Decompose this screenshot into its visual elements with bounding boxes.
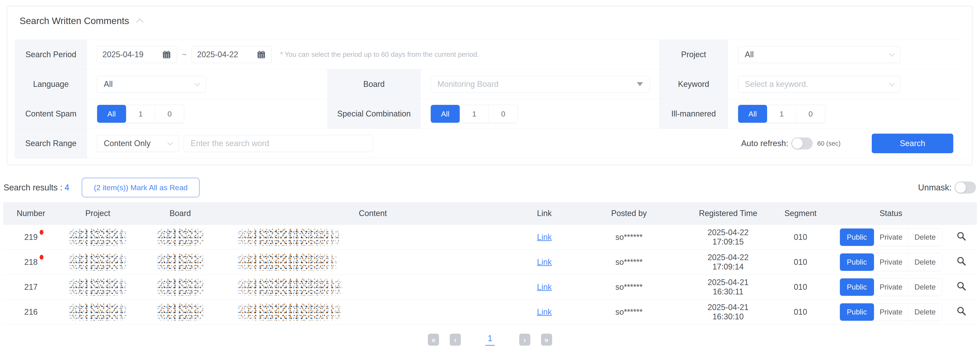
- status-button-group: Public Private Delete: [840, 303, 942, 321]
- cell-board-masked: [137, 278, 224, 296]
- ill-mannered-0-button[interactable]: 0: [796, 105, 825, 123]
- header-registered-time: Registered Time: [691, 209, 765, 218]
- triangle-down-icon: [637, 82, 643, 86]
- cell-link: Link: [522, 307, 566, 317]
- table-row: 216 Link so****** 2025-04-21 16:30:10 01…: [3, 300, 977, 324]
- ill-mannered-all-button[interactable]: All: [738, 105, 767, 123]
- search-tools: Auto refresh: 60 (sec) Search: [741, 133, 953, 153]
- keyword-select[interactable]: Select a keyword.: [738, 76, 900, 93]
- search-button[interactable]: Search: [872, 133, 953, 153]
- cell-status: Public Private Delete: [836, 228, 946, 246]
- special-combination-1-button[interactable]: 1: [460, 105, 488, 123]
- cell-segment: 010: [765, 283, 836, 292]
- status-delete-button[interactable]: Delete: [908, 303, 942, 321]
- row-detail-button[interactable]: [956, 231, 966, 241]
- cell-registered-time: 2025-04-22 17:09:14: [691, 253, 765, 272]
- search-icon: [956, 256, 966, 266]
- first-page-button[interactable]: «: [428, 334, 439, 346]
- cell-board-masked: [137, 253, 224, 271]
- status-private-button[interactable]: Private: [874, 253, 908, 271]
- project-select[interactable]: All: [738, 46, 900, 63]
- search-period-label: Search Period: [15, 40, 87, 70]
- search-scope-select[interactable]: Content Only: [97, 135, 179, 152]
- row-detail-button[interactable]: [956, 281, 966, 291]
- special-combination-field: All 1 0: [421, 99, 659, 129]
- status-delete-button[interactable]: Delete: [908, 278, 942, 296]
- mark-all-read-button[interactable]: (2 item(s)) Mark All as Read: [82, 178, 200, 197]
- search-word-input[interactable]: [184, 135, 373, 152]
- date-to-input[interactable]: [191, 46, 272, 63]
- table-row: 218 Link so****** 2025-04-22 17:09:14 01…: [3, 250, 977, 275]
- chevron-down-icon: [194, 81, 200, 86]
- chevron-down-icon: [889, 81, 894, 86]
- cell-project-masked: [59, 278, 137, 296]
- unmask-toggle[interactable]: [955, 181, 976, 194]
- header-status: Status: [836, 209, 946, 218]
- auto-refresh-toggle[interactable]: [791, 137, 813, 149]
- chevron-down-icon: [167, 140, 173, 145]
- cell-board-masked: [137, 303, 224, 321]
- unread-dot: [40, 230, 43, 235]
- project-label: Project: [659, 40, 728, 70]
- masked-content: [237, 303, 341, 321]
- cell-content-masked: [224, 278, 522, 296]
- date-from-value[interactable]: [102, 50, 158, 59]
- status-private-button[interactable]: Private: [874, 278, 908, 296]
- cell-project-masked: [59, 229, 137, 246]
- cell-number: 219: [3, 232, 59, 242]
- unread-dot: [40, 255, 43, 260]
- keyword-label: Keyword: [659, 70, 728, 99]
- search-range-field: Content Only Auto refresh: 60 (sec) Sear…: [87, 129, 965, 158]
- row-detail-button[interactable]: [956, 256, 966, 266]
- masked-content: [157, 253, 204, 271]
- special-combination-all-button[interactable]: All: [431, 105, 460, 123]
- header-number: Number: [3, 209, 59, 218]
- cell-registered-time: 2025-04-21 16:30:11: [691, 278, 765, 297]
- cell-link: Link: [522, 283, 566, 292]
- status-private-button[interactable]: Private: [874, 229, 908, 246]
- status-button-group: Public Private Delete: [840, 228, 942, 246]
- status-public-button[interactable]: Public: [840, 278, 874, 296]
- ill-mannered-1-button[interactable]: 1: [767, 105, 796, 123]
- status-delete-button[interactable]: Delete: [908, 253, 942, 271]
- prev-page-button[interactable]: ‹: [450, 334, 461, 346]
- board-field: Monitoring Board: [421, 70, 659, 99]
- row-detail-button[interactable]: [956, 306, 966, 316]
- cell-link: Link: [522, 232, 566, 242]
- current-page[interactable]: 1: [485, 334, 495, 346]
- board-select[interactable]: Monitoring Board: [431, 76, 650, 93]
- auto-refresh-label: Auto refresh:: [741, 139, 788, 148]
- date-from-input[interactable]: [97, 46, 177, 63]
- row-link[interactable]: Link: [537, 307, 552, 316]
- status-button-group: Public Private Delete: [840, 253, 942, 271]
- cell-link: Link: [522, 257, 566, 267]
- cell-posted-by: so******: [566, 257, 691, 267]
- row-link[interactable]: Link: [537, 257, 552, 267]
- unmask-label: Unmask:: [918, 183, 951, 192]
- status-delete-button[interactable]: Delete: [908, 229, 942, 246]
- status-public-button[interactable]: Public: [840, 229, 874, 246]
- calendar-icon[interactable]: [256, 50, 266, 59]
- date-to-value[interactable]: [197, 50, 253, 59]
- content-spam-0-button[interactable]: 0: [155, 105, 184, 123]
- board-label: Board: [327, 70, 421, 99]
- header-link: Link: [522, 209, 566, 218]
- status-private-button[interactable]: Private: [874, 303, 908, 321]
- language-select[interactable]: All: [97, 76, 206, 93]
- collapse-chevron-up-icon[interactable]: [136, 19, 143, 26]
- row-link[interactable]: Link: [537, 283, 552, 292]
- next-page-button[interactable]: ›: [519, 334, 530, 346]
- cell-registered-time: 2025-04-22 17:09:15: [691, 228, 765, 246]
- row-link[interactable]: Link: [537, 232, 552, 241]
- status-public-button[interactable]: Public: [840, 303, 874, 321]
- masked-content: [237, 278, 342, 296]
- search-icon: [956, 281, 966, 291]
- content-spam-1-button[interactable]: 1: [126, 105, 155, 123]
- last-page-button[interactable]: »: [541, 334, 552, 346]
- calendar-icon[interactable]: [162, 50, 172, 59]
- content-spam-all-button[interactable]: All: [97, 105, 126, 123]
- special-combination-0-button[interactable]: 0: [488, 105, 518, 123]
- status-public-button[interactable]: Public: [840, 253, 874, 271]
- special-combination-segmented: All 1 0: [431, 105, 518, 123]
- cell-posted-by: so******: [566, 232, 691, 242]
